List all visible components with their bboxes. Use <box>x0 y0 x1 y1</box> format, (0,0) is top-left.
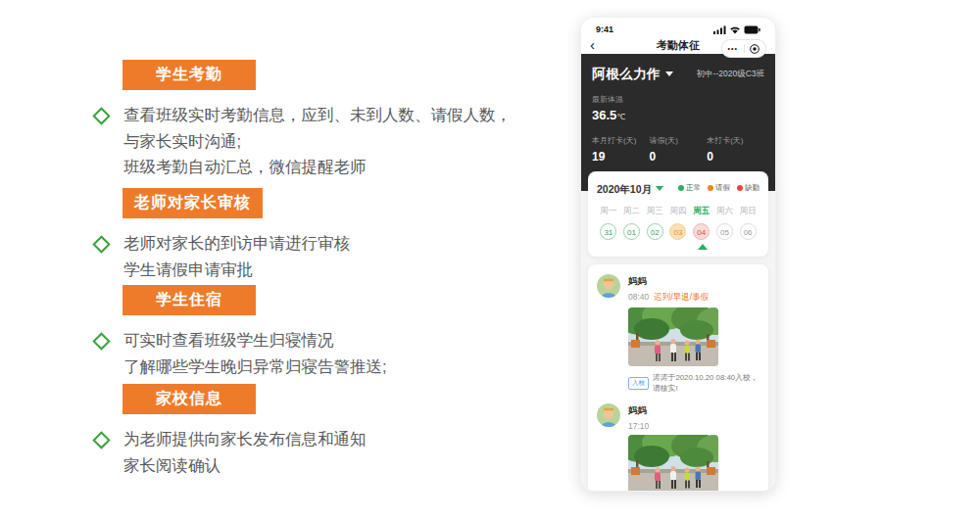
avatar <box>597 274 620 298</box>
diamond-bullet-icon <box>92 431 110 449</box>
feature-section-dormitory: 学生住宿 可实时查看班级学生归寝情况 了解哪些学生晚归异常归寝告警推送; <box>93 285 564 379</box>
entry-status: 迟到/早退/事假 <box>654 292 709 302</box>
attendance-photo[interactable] <box>628 435 718 492</box>
sender-name: 妈妈 <box>628 404 649 417</box>
weekday-label: 周一 <box>597 206 620 217</box>
signal-icon <box>713 25 726 34</box>
day-cell[interactable]: 06 <box>740 223 757 240</box>
red-dot-icon <box>737 185 743 191</box>
feature-section-attendance: 学生考勤 查看班级实时考勤信息，应到、未到人数、请假人数， 与家长实时沟通; 班… <box>93 60 564 180</box>
timeline-card: 妈妈 08:40迟到/早退/事假 <box>588 264 768 492</box>
miniprogram-capsule: ••• <box>721 39 766 58</box>
sender-name: 妈妈 <box>628 275 709 288</box>
weekday-label: 周六 <box>713 206 737 217</box>
day-cell[interactable]: 05 <box>716 223 733 240</box>
weekday-label: 周二 <box>620 206 644 217</box>
avatar <box>597 403 620 427</box>
verify-message-row: 入校 涛涛于2020.10.20 08:40入校，请核实! <box>628 372 760 394</box>
student-name: 阿根么力作 <box>592 67 661 81</box>
status-bar: 9:41 <box>581 18 775 36</box>
day-cell[interactable]: 01 <box>623 223 640 240</box>
stat-leave: 请假(天) 0 <box>650 135 708 164</box>
attendance-photo[interactable] <box>628 307 718 366</box>
section-text: 为老师提供向家长发布信息和通知 家长阅读确认 <box>123 426 367 478</box>
weekday-label-active: 周五 <box>690 206 713 217</box>
feature-section-school-info: 家校信息 为老师提供向家长发布信息和通知 家长阅读确认 <box>93 384 564 478</box>
more-dots-icon[interactable]: ••• <box>722 45 744 52</box>
day-cell[interactable]: 02 <box>647 223 663 240</box>
days-row: 31 01 02 03 04 05 06 <box>597 223 760 240</box>
feature-line: 老师对家长的到访申请进行审核 <box>123 230 350 257</box>
feature-line: 与家长实时沟通; <box>123 128 512 155</box>
diamond-bullet-icon <box>92 332 110 350</box>
timeline-entry: 妈妈 17:10 <box>597 403 760 492</box>
feature-line: 了解哪些学生晚归异常归寝告警推送; <box>123 354 387 380</box>
feature-line: 为老师提供向家长发布信息和通知 <box>123 426 367 452</box>
orange-dot-icon <box>708 185 713 191</box>
class-name: 初中--2020级C3班 <box>697 69 764 80</box>
temperature-value: 36.5℃ <box>592 108 764 122</box>
month-selector[interactable]: 2020年10月 <box>597 179 663 197</box>
entry-time: 08:40 <box>628 292 649 302</box>
day-cell-selected[interactable]: 04 <box>693 223 710 240</box>
wifi-icon <box>729 25 741 34</box>
selected-day-caret-icon <box>698 244 708 250</box>
verify-message: 涛涛于2020.10.20 08:40入校，请核实! <box>653 372 760 394</box>
section-text: 老师对家长的到访申请进行审核 学生请假申请审批 <box>123 230 350 282</box>
timeline-entry: 妈妈 08:40迟到/早退/事假 <box>597 274 760 394</box>
chevron-down-icon <box>665 71 673 76</box>
feature-line: 可实时查看班级学生归寝情况 <box>123 327 387 354</box>
section-title-badge: 学生考勤 <box>122 60 256 90</box>
weekday-label: 周日 <box>736 206 760 217</box>
phone-body: 2020年10月 正常 请假 缺勤 周一 周二 周三 周四 周五 周六 周日 3… <box>581 191 775 492</box>
feature-line: 学生请假申请审批 <box>123 257 350 283</box>
section-title-badge: 学生住宿 <box>122 285 256 315</box>
month-label: 2020年10月 <box>597 183 652 195</box>
status-time: 9:41 <box>596 24 613 34</box>
student-selector[interactable]: 阿根么力作 <box>592 65 673 83</box>
weekday-label: 周四 <box>666 206 690 217</box>
weekday-label: 周三 <box>643 206 666 217</box>
feature-section-parent-review: 老师对家长审核 老师对家长的到访申请进行审核 学生请假申请审批 <box>93 188 564 282</box>
calendar-card: 2020年10月 正常 请假 缺勤 周一 周二 周三 周四 周五 周六 周日 3… <box>588 171 768 257</box>
legend-normal: 正常 <box>678 183 701 193</box>
entry-time: 17:10 <box>628 421 649 431</box>
nav-bar: ‹ 考勤体征 ••• <box>581 36 775 54</box>
status-legend: 正常 请假 缺勤 <box>678 183 760 193</box>
section-title-badge: 老师对家长审核 <box>122 188 263 218</box>
day-cell[interactable]: 03 <box>669 223 686 240</box>
section-title-badge: 家校信息 <box>122 384 256 414</box>
legend-absent: 缺勤 <box>737 183 760 193</box>
feature-line: 查看班级实时考勤信息，应到、未到人数、请假人数， <box>123 102 512 128</box>
diamond-bullet-icon <box>92 107 110 124</box>
section-text: 可实时查看班级学生归寝情况 了解哪些学生晚归异常归寝告警推送; <box>123 327 387 379</box>
phone-mockup: 9:41 ‹ 考勤体征 ••• <box>580 17 776 492</box>
weekday-row: 周一 周二 周三 周四 周五 周六 周日 <box>597 206 760 217</box>
feature-line: 家长阅读确认 <box>123 452 367 479</box>
battery-icon <box>744 25 760 34</box>
entry-tag-badge: 入校 <box>628 377 649 390</box>
stat-checked-in: 本月打卡(天) 19 <box>592 135 650 164</box>
legend-leave: 请假 <box>708 183 730 193</box>
section-text: 查看班级实时考勤信息，应到、未到人数、请假人数， 与家长实时沟通; 班级考勤自动… <box>123 102 512 180</box>
stat-missed: 未打卡(天) 0 <box>707 135 764 164</box>
day-cell[interactable]: 31 <box>600 223 616 240</box>
stats-row: 本月打卡(天) 19 请假(天) 0 未打卡(天) 0 <box>592 135 764 164</box>
close-target-icon[interactable] <box>745 44 766 54</box>
green-dot-icon <box>678 185 684 191</box>
chevron-down-icon <box>656 186 663 191</box>
diamond-bullet-icon <box>92 235 110 253</box>
temperature-label: 最新体温 <box>592 94 764 105</box>
student-summary-header: 阿根么力作 初中--2020级C3班 最新体温 36.5℃ 本月打卡(天) 19… <box>581 54 775 191</box>
feature-line: 班级考勤自动汇总，微信提醒老师 <box>123 154 512 180</box>
